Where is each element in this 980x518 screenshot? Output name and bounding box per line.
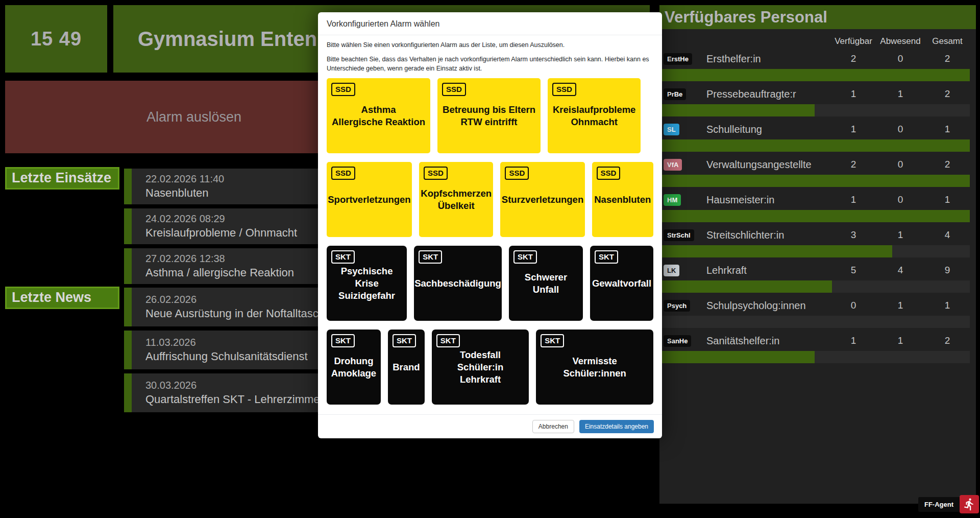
alarm-type-badge: SSD	[442, 83, 466, 96]
alarm-button[interactable]: SSDNasenbluten	[592, 162, 653, 237]
available-count: 0	[830, 300, 877, 311]
role-badge-wrap: ErstHe	[664, 53, 706, 65]
table-row: HMHausmeister:in101	[659, 191, 976, 209]
total-count: 2	[924, 335, 971, 346]
alarm-button[interactable]: SSDAsthma Allergische Reaktion	[327, 78, 430, 153]
alarm-button[interactable]: SSDKopfschmerzen Übelkeit	[419, 162, 494, 237]
total-count: 2	[924, 88, 971, 100]
table-row: SanHeSanitätshelfer:in112	[659, 332, 976, 350]
alarm-button[interactable]: SKTSachbeschädigung	[414, 246, 502, 321]
absent-count: 1	[877, 229, 924, 241]
alarm-button[interactable]: SKTBrand	[388, 329, 425, 405]
modal-intro-2: Bitte beachten Sie, dass das Verhalten j…	[327, 55, 653, 73]
preconfigured-alarm-modal: Vorkonfigurierten Alarm wählen Bitte wäh…	[318, 12, 662, 438]
table-row: PrBePressebeauftragte:r112	[659, 85, 976, 103]
availability-progress-fill	[659, 139, 970, 152]
role-name: Lehrkraft	[706, 265, 830, 276]
availability-progress-fill	[659, 351, 815, 363]
available-count: 1	[830, 124, 877, 135]
alarm-type-badge: SKT	[513, 250, 537, 264]
role-badge: VfA	[664, 159, 682, 171]
alarm-button[interactable]: SKTGewaltvorfall	[590, 246, 653, 321]
total-count: 1	[924, 124, 971, 135]
recent-incidents-heading: Letzte Einsätze	[5, 167, 119, 190]
running-person-icon	[960, 495, 979, 513]
column-absent: Abwesend	[877, 36, 924, 46]
alarm-button[interactable]: SKTDrohung Amoklage	[327, 329, 381, 405]
alarm-row: SKTPsychische Krise SuizidgefahrSKTSachb…	[327, 246, 653, 321]
absent-count: 4	[877, 265, 924, 276]
alarm-type-badge: SSD	[424, 167, 448, 180]
total-count: 1	[924, 300, 971, 311]
modal-body: Bitte wählen Sie einen vorkonfigurierten…	[318, 35, 662, 405]
total-count: 2	[924, 159, 971, 170]
table-row: LKLehrkraft549	[659, 261, 976, 279]
available-count: 5	[830, 265, 877, 276]
role-badge-wrap: VfA	[664, 159, 706, 171]
submit-details-button[interactable]: Einsatzdetails angeben	[579, 420, 654, 433]
role-name: Sanitätshelfer:in	[706, 335, 830, 347]
ffagent-label: FF-Agent	[918, 497, 960, 512]
availability-progressbar	[659, 316, 970, 328]
column-total: Gesamt	[924, 36, 971, 46]
role-badge-wrap: SL	[664, 124, 706, 135]
availability-progress-fill	[659, 280, 832, 293]
role-badge-wrap: StrSchl	[664, 229, 706, 241]
availability-progressbar	[659, 210, 970, 222]
ffagent-badge[interactable]: FF-Agent	[918, 495, 979, 513]
role-name: Ersthelfer:in	[706, 53, 830, 65]
table-row: VfAVerwaltungsangestellte202	[659, 155, 976, 174]
alarm-type-badge: SKT	[436, 334, 460, 347]
role-badge-wrap: HM	[664, 194, 706, 206]
role-name: Pressebeauftragte:r	[706, 88, 830, 100]
alarm-type-badge: SKT	[595, 250, 618, 264]
table-row: ErstHeErsthelfer:in202	[659, 50, 976, 68]
absent-count: 0	[877, 124, 924, 135]
alarm-button[interactable]: SSDKreislaufprobleme Ohnmacht	[548, 78, 641, 153]
personnel-column-headers: Verfügbar Abwesend Gesamt	[659, 29, 976, 50]
availability-progressbar	[659, 69, 970, 81]
role-name: Streitschlichter:in	[706, 229, 830, 241]
absent-count: 1	[877, 300, 924, 311]
item-accent-bar	[124, 208, 132, 244]
personnel-title: Verfügbares Personal	[659, 5, 976, 29]
alarm-type-badge: SKT	[541, 334, 564, 347]
alarm-button[interactable]: SSDBetreuung bis Eltern RTW eintrifft	[437, 78, 541, 153]
availability-progressbar	[659, 139, 970, 152]
total-count: 1	[924, 194, 971, 205]
alarm-type-badge: SSD	[331, 167, 355, 180]
item-accent-bar	[124, 331, 132, 369]
item-accent-bar	[124, 169, 132, 204]
personnel-panel: Verfügbares Personal Verfügbar Abwesend …	[659, 5, 976, 504]
alarm-button[interactable]: SKTPsychische Krise Suizidgefahr	[327, 246, 407, 321]
alarm-row: SKTDrohung AmoklageSKTBrandSKTTodesfall …	[327, 329, 653, 405]
alarm-button[interactable]: SKTVermisste Schüler:innen	[536, 329, 653, 405]
table-row: SLSchulleitung101	[659, 120, 976, 138]
alarm-button[interactable]: SKTSchwerer Unfall	[509, 246, 583, 321]
availability-progress-fill	[659, 210, 970, 222]
alarm-type-badge: SKT	[331, 250, 355, 264]
role-badge-wrap: Psych	[664, 300, 706, 312]
role-badge: HM	[664, 194, 681, 206]
dashboard: 15 49 Gymnasium Entenh Alarm auslösen Le…	[0, 0, 980, 518]
alarm-button[interactable]: SKTTodesfall Schüler:in Lehrkraft	[432, 329, 529, 405]
modal-title: Vorkonfigurierten Alarm wählen	[318, 12, 662, 35]
alarm-button[interactable]: SSDSportverletzungen	[327, 162, 412, 237]
clock: 15 49	[5, 5, 107, 73]
news-heading: Letzte News	[5, 287, 119, 309]
alarm-button[interactable]: SSDSturzverletzungen	[500, 162, 584, 237]
alarm-type-badge: SKT	[419, 250, 442, 264]
cancel-button[interactable]: Abbrechen	[532, 420, 574, 433]
total-count: 2	[924, 53, 971, 64]
role-badge: LK	[664, 265, 679, 276]
modal-intro-1: Bitte wählen Sie einen vorkonfigurierten…	[327, 40, 653, 50]
availability-progress-fill	[659, 104, 815, 116]
role-badge: SL	[664, 124, 679, 135]
role-name: Hausmeister:in	[706, 194, 830, 206]
role-badge: Psych	[664, 300, 690, 312]
alarm-row: SSDSportverletzungenSSDKopfschmerzen Übe…	[327, 162, 653, 237]
alarm-type-badge: SSD	[552, 83, 576, 96]
total-count: 9	[924, 265, 971, 276]
role-badge: SanHe	[664, 335, 691, 347]
available-count: 1	[830, 194, 877, 205]
